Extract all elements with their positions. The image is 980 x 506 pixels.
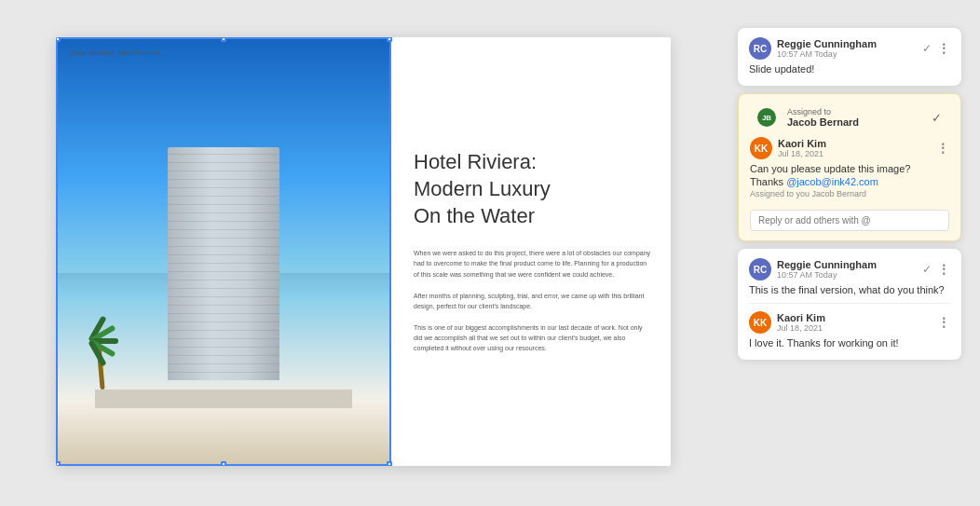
avatar-reggie-1: RC <box>749 37 771 60</box>
comment-text-2a: Can you please update this image? <box>750 163 949 174</box>
author-name-1: Reggie Cunningham <box>777 38 922 49</box>
dots-menu-2[interactable]: ⋮ <box>936 141 949 156</box>
building-base <box>95 390 352 408</box>
slide-container: Case Studies: Hotel Riviera Hotel Rivier… <box>56 37 671 466</box>
comment-text-3: This is the final version, what do you t… <box>749 284 950 295</box>
selection-handle-bm[interactable] <box>221 461 226 466</box>
selection-handle-tm[interactable] <box>221 37 226 42</box>
check-icon-3[interactable]: ✓ <box>922 263 932 276</box>
check-icon-1[interactable]: ✓ <box>922 42 932 55</box>
comment-header-2: KK Kaori Kim Jul 18, 2021 ⋮ <box>750 137 949 159</box>
avatar-kaori-1: KK <box>750 137 772 159</box>
assigned-check-icon[interactable]: ✓ <box>932 111 942 125</box>
comment-card-2: JB Assigned to Jacob Bernard ✓ KK Kaori … <box>738 93 961 241</box>
author-info-3-reply: Kaori Kim Jul 18, 2021 <box>777 312 937 333</box>
comment-actions-2: ⋮ <box>936 141 949 156</box>
slide-title: Hotel Riviera: Modern Luxury On the Wate… <box>414 149 652 229</box>
slide-body2: After months of planning, sculpting, tri… <box>414 291 652 311</box>
comment-time-3: 10:57 AM Today <box>777 270 922 280</box>
author-name-3: Reggie Cunningham <box>777 259 922 270</box>
comment-header-3: RC Reggie Cunningham 10:57 AM Today ✓ ⋮ <box>749 258 950 280</box>
dots-menu-1[interactable]: ⋮ <box>937 41 950 56</box>
selection-handle-br[interactable] <box>387 461 392 466</box>
selection-handle-tl[interactable] <box>56 37 61 42</box>
author-info-1: Reggie Cunningham 10:57 AM Today <box>777 38 922 59</box>
assigned-info: Assigned to Jacob Bernard <box>787 107 859 128</box>
comment-text-3-reply: I love it. Thanks for working on it! <box>749 337 950 349</box>
assigned-to-banner: JB Assigned to Jacob Bernard ✓ <box>750 103 949 131</box>
avatar-reggie-2: RC <box>749 258 771 280</box>
divider-1 <box>749 303 950 304</box>
selection-handle-tr[interactable] <box>387 37 392 42</box>
selection-handle-bl[interactable] <box>56 461 61 466</box>
comment-time-1: 10:57 AM Today <box>777 49 922 59</box>
slide-image-label: Case Studies: Hotel Riviera <box>69 48 160 57</box>
assigned-person-name: Jacob Bernard <box>787 116 859 128</box>
comment-card-3: RC Reggie Cunningham 10:57 AM Today ✓ ⋮ … <box>738 249 961 360</box>
avatar-kaori-2: KK <box>749 311 771 334</box>
comment-header-3-reply: KK Kaori Kim Jul 18, 2021 ⋮ <box>749 311 950 334</box>
comment-header-1: RC Reggie Cunningham 10:57 AM Today ✓ ⋮ <box>749 37 950 60</box>
dots-menu-3[interactable]: ⋮ <box>937 262 950 277</box>
comments-area: RC Reggie Cunningham 10:57 AM Today ✓ ⋮ … <box>738 28 961 360</box>
avatar-jacob: JB <box>757 108 776 127</box>
slide-content: Hotel Riviera: Modern Luxury On the Wate… <box>391 37 671 466</box>
author-name-2: Kaori Kim <box>778 138 936 149</box>
comment-actions-3: ✓ ⋮ <box>922 262 950 277</box>
slide-image: Case Studies: Hotel Riviera <box>56 37 391 466</box>
canvas: Case Studies: Hotel Riviera Hotel Rivier… <box>0 0 980 506</box>
slide-body1: When we were asked to do this project, t… <box>414 248 652 280</box>
author-info-3: Reggie Cunningham 10:57 AM Today <box>777 259 922 280</box>
comment-text-1: Slide updated! <box>749 63 950 75</box>
assigned-label-text: Assigned to you Jacob Bernard <box>750 189 949 198</box>
author-name-3-reply: Kaori Kim <box>777 312 937 323</box>
reply-input[interactable] <box>750 210 949 231</box>
comment-time-3-reply: Jul 18, 2021 <box>777 323 937 333</box>
building-graphic <box>168 147 279 380</box>
assigned-to-label: Assigned to <box>787 107 859 116</box>
comment-card-1: RC Reggie Cunningham 10:57 AM Today ✓ ⋮ … <box>738 28 961 86</box>
comment-text-2b: Thanks @jacob@ink42.com <box>750 176 949 187</box>
comment-time-2: Jul 18, 2021 <box>778 149 936 158</box>
slide-body3: This is one of our biggest accomplishmen… <box>414 322 652 354</box>
comment-actions-3-reply: ⋮ <box>937 315 950 330</box>
comment-actions-1: ✓ ⋮ <box>922 41 950 56</box>
dots-menu-3-reply[interactable]: ⋮ <box>937 315 950 330</box>
author-info-2: Kaori Kim Jul 18, 2021 <box>778 138 936 158</box>
email-link[interactable]: @jacob@ink42.com <box>786 176 878 187</box>
